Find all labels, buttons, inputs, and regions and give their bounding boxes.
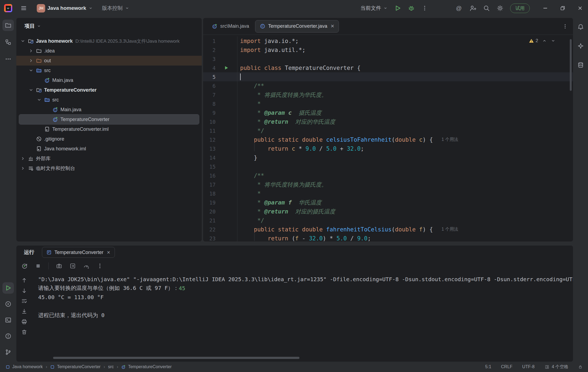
chevron-right-icon[interactable] [20,166,28,171]
close-tab-icon[interactable]: ✕ [330,23,334,29]
chevron-down-icon[interactable] [20,38,28,44]
chevron-down-icon[interactable] [551,38,556,43]
tree-item-src[interactable]: src [19,95,199,105]
code-line-2[interactable]: 2import java.util.*; [203,45,573,54]
code-line-12[interactable]: 12 public static double celsiusToFahrenh… [203,135,573,144]
tree-item--[interactable]: 外部库 [19,154,199,163]
clear-all-button[interactable] [21,329,27,335]
code-line-17[interactable]: 17 * 将华氏度转换为摄氏度。 [203,180,573,189]
run-options-kebab-icon[interactable] [97,263,103,269]
debug-button[interactable] [408,5,415,12]
code-line-20[interactable]: 20 * @return 对应的摄氏温度 [203,207,573,216]
notifications-button[interactable] [575,21,586,33]
run-tool-button[interactable] [2,282,14,294]
tree-item-java-homework.iml[interactable]: Java homework.iml [19,144,199,154]
code-line-10[interactable]: 10 * @return 对应的华氏温度 [203,117,573,126]
close-run-tab-icon[interactable]: ✕ [107,250,110,255]
run-tab[interactable]: TemperatureConverter ✕ [42,247,115,258]
breadcrumb-item-temperatureconverter[interactable]: TemperatureConverter [50,364,100,369]
soft-wrap-button[interactable] [21,298,27,304]
tree-item-temperatureconverter.iml[interactable]: TemperatureConverter.iml [19,124,199,134]
scroll-to-end-button[interactable] [21,308,27,315]
tree-item-temperatureconverter[interactable]: CTemperatureConverter [19,114,199,124]
chevron-down-icon[interactable] [36,97,44,103]
vcs-widget[interactable]: 版本控制 [102,5,129,12]
chevron-right-icon[interactable] [28,48,36,54]
coverage-button[interactable] [83,263,90,269]
database-tool-button[interactable] [575,59,586,71]
tree-item-.gitignore[interactable]: .gitignore [19,134,199,144]
ai-assistant-button[interactable]: @ [455,5,463,12]
more-run-options-button[interactable] [421,5,428,11]
chevron-right-icon[interactable] [28,58,36,63]
chevron-up-icon[interactable] [542,38,547,43]
code-line-14[interactable]: 14 } [203,153,573,162]
tab-temperatureconverter-java[interactable]: C TemperatureConverter.java ✕ [255,20,339,33]
tree-item-java-homework[interactable]: Java homeworkD:\IntelliJ IDEA 2025.3.3\J… [19,36,199,46]
indent-widget[interactable]: 4 个空格 [544,364,568,370]
code-line-4[interactable]: 4public class TemperatureConverter { [203,63,573,72]
code-line-5[interactable]: 5 [203,72,573,81]
project-view-selector[interactable]: 项目 [16,18,202,32]
code-line-23[interactable]: 23 return (f - 32.0) * 5.0 / 9.0; [203,234,573,241]
tab-main-java[interactable]: C src\Main.java [207,20,253,32]
encoding[interactable]: UTF-8 [522,364,534,369]
terminal-tool-button[interactable] [2,314,14,326]
run-config-selector[interactable]: 当前文件 [360,5,388,12]
close-button[interactable] [577,5,583,11]
code-line-22[interactable]: 22 public static double fahrenheitToCels… [203,225,573,234]
inspections-widget[interactable]: 2 [529,38,556,44]
trial-badge[interactable]: 试用 [510,4,530,13]
git-tool-button[interactable] [2,346,14,358]
code-line-21[interactable]: 21 */ [203,216,573,225]
breadcrumb-item-src[interactable]: src [108,364,114,369]
line-ending[interactable]: CRLF [501,364,513,369]
tree-item-src[interactable]: src [19,66,199,75]
code-with-me-button[interactable] [469,5,476,12]
caret-position[interactable]: 5:1 [485,364,491,369]
code-line-1[interactable]: 1import java.io.*; [203,36,573,45]
code-line-19[interactable]: 19 * @param f 华氏温度 [203,198,573,207]
more-tools-button[interactable] [2,53,14,65]
breadcrumb-item-java-homework[interactable]: Java homework [5,364,43,369]
code-line-9[interactable]: 9 * @param c 摄氏温度 [203,108,573,117]
ai-assistant-tool-button[interactable] [575,40,586,52]
minimize-button[interactable] [542,5,548,11]
tree-item-main.java[interactable]: CMain.java [19,105,199,114]
tree-item--[interactable]: 临时文件和控制台 [19,163,199,173]
print-button[interactable] [21,318,27,325]
prev-occurrence-button[interactable] [21,277,27,284]
project-widget[interactable]: JH Java homework [37,4,93,13]
attach-debugger-button[interactable] [69,263,76,269]
tree-item-.idea[interactable]: .idea [19,46,199,56]
main-menu-button[interactable] [20,5,27,11]
editor-scrollbar[interactable] [570,39,572,91]
rerun-button[interactable] [21,263,28,269]
code-line-15[interactable]: 15 [203,162,573,171]
tree-item-main.java[interactable]: CMain.java [19,75,199,85]
chevron-down-icon[interactable] [28,68,36,73]
code-line-13[interactable]: 13 return c * 9.0 / 5.0 + 32.0; [203,144,573,153]
chevron-down-icon[interactable] [28,87,36,93]
problems-tool-button[interactable] [2,330,14,342]
project-tool-button[interactable] [2,20,14,31]
run-button[interactable] [394,5,401,12]
search-everywhere-button[interactable] [483,5,490,12]
usage-inlay[interactable]: 1 个用法 [442,227,458,232]
console-horizontal-scrollbar[interactable] [53,357,299,359]
structure-tool-button[interactable] [2,36,14,48]
code-line-16[interactable]: 16 /** [203,171,573,180]
restore-button[interactable] [560,5,566,11]
services-tool-button[interactable] [2,298,14,310]
code-line-6[interactable]: 6 /** [203,81,573,90]
usage-inlay[interactable]: 1 个用法 [442,137,458,142]
settings-button[interactable] [497,5,504,12]
editor-options-kebab-icon[interactable] [562,23,568,29]
tree-item-temperatureconverter[interactable]: TemperatureConverter [19,85,199,95]
run-gutter-icon[interactable] [224,65,229,70]
code-line-7[interactable]: 7 * 将摄氏度转换为华氏度。 [203,90,573,99]
tree-item-out[interactable]: out [16,56,202,66]
breadcrumb-item-temperatureconverter[interactable]: CTemperatureConverter [121,364,171,369]
next-occurrence-button[interactable] [21,287,27,294]
code-line-8[interactable]: 8 * [203,99,573,108]
